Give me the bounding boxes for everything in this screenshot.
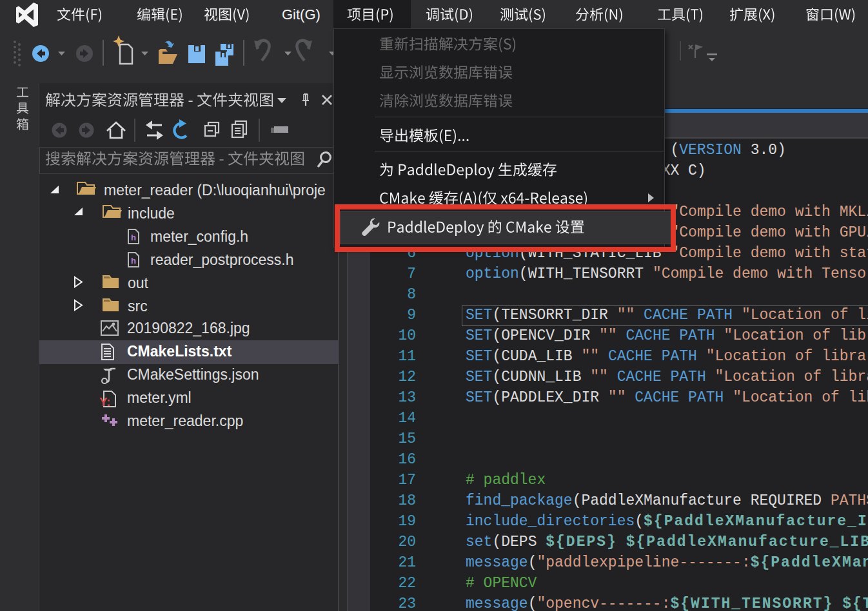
svg-text:h: h (131, 233, 136, 242)
svg-text:Y:: Y: (99, 395, 111, 409)
svg-text:h: h (131, 256, 136, 266)
